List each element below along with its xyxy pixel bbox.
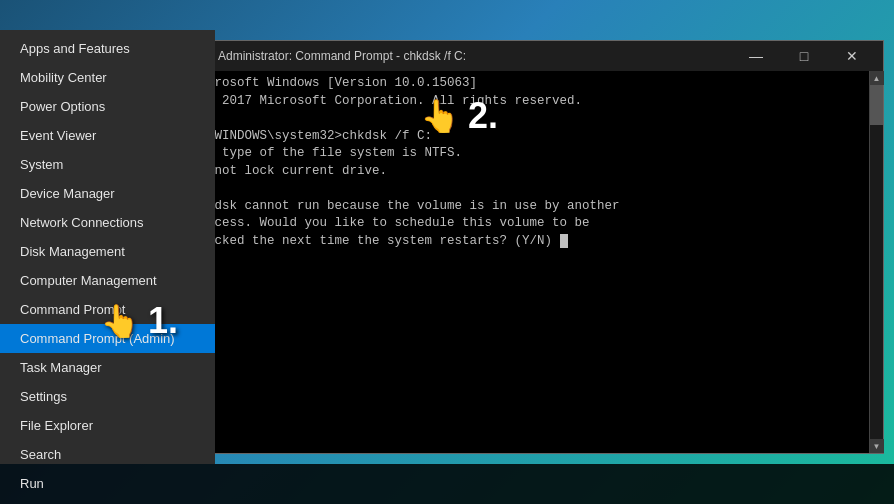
cmd-line-6: Cannot lock current drive. bbox=[192, 163, 877, 181]
menu-item-command-prompt[interactable]: Command Prompt bbox=[0, 295, 215, 324]
menu-item-disk-management[interactable]: Disk Management bbox=[0, 237, 215, 266]
menu-item-event-viewer[interactable]: Event Viewer bbox=[0, 121, 215, 150]
scroll-track bbox=[870, 85, 883, 439]
cmd-content[interactable]: Microsoft Windows [Version 10.0.15063] (… bbox=[186, 71, 883, 453]
cmd-line-3 bbox=[192, 110, 877, 128]
minimize-button[interactable]: — bbox=[733, 41, 779, 71]
scroll-thumb[interactable] bbox=[870, 85, 883, 125]
menu-item-apps-features[interactable]: Apps and Features bbox=[0, 34, 215, 63]
menu-item-system[interactable]: System bbox=[0, 150, 215, 179]
cmd-line-10: checked the next time the system restart… bbox=[192, 233, 877, 251]
cmd-window-title: Administrator: Command Prompt - chkdsk /… bbox=[218, 49, 733, 63]
menu-item-computer-management[interactable]: Computer Management bbox=[0, 266, 215, 295]
menu-item-command-prompt-admin[interactable]: Command Prompt (Admin) bbox=[0, 324, 215, 353]
cmd-line-9: process. Would you like to schedule this… bbox=[192, 215, 877, 233]
menu-item-power-options[interactable]: Power Options bbox=[0, 92, 215, 121]
maximize-button[interactable]: □ bbox=[781, 41, 827, 71]
menu-item-settings[interactable]: Settings bbox=[0, 382, 215, 411]
cmd-line-8: Chkdsk cannot run because the volume is … bbox=[192, 198, 877, 216]
scroll-up-arrow[interactable]: ▲ bbox=[870, 71, 884, 85]
close-button[interactable]: ✕ bbox=[829, 41, 875, 71]
menu-item-search[interactable]: Search bbox=[0, 440, 215, 469]
menu-item-network-connections[interactable]: Network Connections bbox=[0, 208, 215, 237]
menu-item-run[interactable]: Run bbox=[0, 469, 215, 498]
menu-item-mobility-center[interactable]: Mobility Center bbox=[0, 63, 215, 92]
cmd-titlebar: C: Administrator: Command Prompt - chkds… bbox=[186, 41, 883, 71]
menu-item-task-manager[interactable]: Task Manager bbox=[0, 353, 215, 382]
cmd-window: C: Administrator: Command Prompt - chkds… bbox=[185, 40, 884, 454]
cmd-line-5: The type of the file system is NTFS. bbox=[192, 145, 877, 163]
cmd-line-4: C:\WINDOWS\system32>chkdsk /f C: bbox=[192, 128, 877, 146]
scroll-down-arrow[interactable]: ▼ bbox=[870, 439, 884, 453]
cmd-window-controls: — □ ✕ bbox=[733, 41, 875, 71]
menu-item-device-manager[interactable]: Device Manager bbox=[0, 179, 215, 208]
cmd-line-2: (c) 2017 Microsoft Corporation. All righ… bbox=[192, 93, 877, 111]
cmd-line-1: Microsoft Windows [Version 10.0.15063] bbox=[192, 75, 877, 93]
cmd-scrollbar: ▲ ▼ bbox=[869, 71, 883, 453]
menu-item-file-explorer[interactable]: File Explorer bbox=[0, 411, 215, 440]
cmd-line-7 bbox=[192, 180, 877, 198]
context-menu: Apps and Features Mobility Center Power … bbox=[0, 30, 215, 464]
cursor-block bbox=[560, 234, 568, 248]
